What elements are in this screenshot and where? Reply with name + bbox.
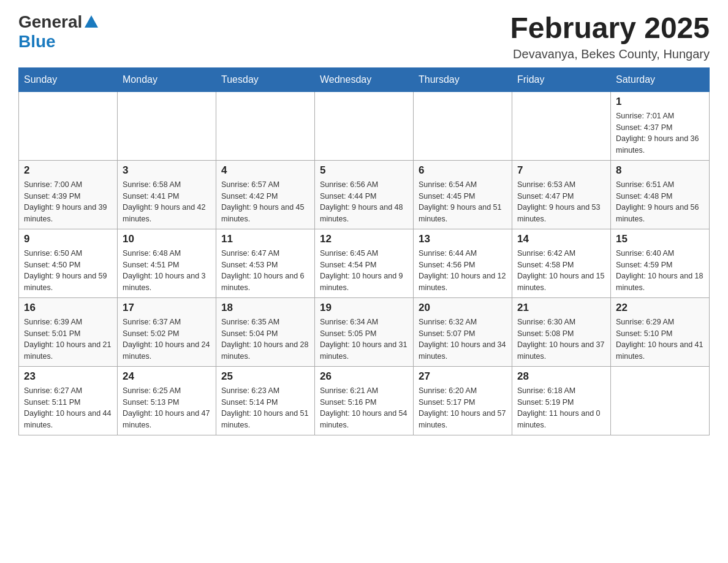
day-number: 28 xyxy=(517,370,605,383)
day-info: Sunrise: 6:27 AMSunset: 5:11 PMDaylight:… xyxy=(24,385,112,431)
day-number: 14 xyxy=(517,233,605,245)
calendar-cell-w1-d4 xyxy=(315,91,414,160)
month-title: February 2025 xyxy=(510,12,710,45)
day-info: Sunrise: 6:53 AMSunset: 4:47 PMDaylight:… xyxy=(517,179,605,225)
day-number: 18 xyxy=(221,302,309,314)
day-info: Sunrise: 6:47 AMSunset: 4:53 PMDaylight:… xyxy=(221,248,309,294)
calendar-cell-w1-d6 xyxy=(512,91,611,160)
day-info: Sunrise: 6:32 AMSunset: 5:07 PMDaylight:… xyxy=(419,316,507,362)
calendar-cell-w3-d6: 14Sunrise: 6:42 AMSunset: 4:58 PMDayligh… xyxy=(512,229,611,297)
day-info: Sunrise: 6:48 AMSunset: 4:51 PMDaylight:… xyxy=(123,248,211,294)
calendar-cell-w1-d2 xyxy=(118,91,216,160)
day-info: Sunrise: 7:01 AMSunset: 4:37 PMDaylight:… xyxy=(616,110,704,156)
day-info: Sunrise: 6:20 AMSunset: 5:17 PMDaylight:… xyxy=(419,385,507,431)
week-row-4: 16Sunrise: 6:39 AMSunset: 5:01 PMDayligh… xyxy=(19,297,710,366)
header: General Blue February 2025 Devavanya, Be… xyxy=(18,12,710,61)
day-info: Sunrise: 6:25 AMSunset: 5:13 PMDaylight:… xyxy=(123,385,211,431)
calendar-cell-w2-d1: 2Sunrise: 7:00 AMSunset: 4:39 PMDaylight… xyxy=(19,160,118,229)
calendar-cell-w5-d4: 26Sunrise: 6:21 AMSunset: 5:16 PMDayligh… xyxy=(315,366,414,435)
week-row-5: 23Sunrise: 6:27 AMSunset: 5:11 PMDayligh… xyxy=(19,366,710,435)
calendar-cell-w4-d1: 16Sunrise: 6:39 AMSunset: 5:01 PMDayligh… xyxy=(19,297,118,366)
logo: General Blue xyxy=(18,12,98,52)
calendar-cell-w4-d7: 22Sunrise: 6:29 AMSunset: 5:10 PMDayligh… xyxy=(611,297,710,366)
calendar-cell-w3-d7: 15Sunrise: 6:40 AMSunset: 4:59 PMDayligh… xyxy=(611,229,710,297)
day-number: 9 xyxy=(24,233,112,245)
calendar-cell-w5-d1: 23Sunrise: 6:27 AMSunset: 5:11 PMDayligh… xyxy=(19,366,118,435)
day-info: Sunrise: 6:23 AMSunset: 5:14 PMDaylight:… xyxy=(221,385,309,431)
day-number: 23 xyxy=(24,370,112,383)
day-info: Sunrise: 6:34 AMSunset: 5:05 PMDaylight:… xyxy=(320,316,408,362)
header-saturday: Saturday xyxy=(611,67,710,91)
day-info: Sunrise: 6:40 AMSunset: 4:59 PMDaylight:… xyxy=(616,248,704,294)
day-number: 1 xyxy=(616,96,704,108)
day-info: Sunrise: 6:51 AMSunset: 4:48 PMDaylight:… xyxy=(616,179,704,225)
day-info: Sunrise: 6:44 AMSunset: 4:56 PMDaylight:… xyxy=(419,248,507,294)
calendar-cell-w4-d2: 17Sunrise: 6:37 AMSunset: 5:02 PMDayligh… xyxy=(118,297,216,366)
header-thursday: Thursday xyxy=(414,67,512,91)
day-number: 2 xyxy=(24,164,112,177)
calendar-cell-w3-d1: 9Sunrise: 6:50 AMSunset: 4:50 PMDaylight… xyxy=(19,229,118,297)
week-row-1: 1Sunrise: 7:01 AMSunset: 4:37 PMDaylight… xyxy=(19,91,710,160)
header-friday: Friday xyxy=(512,67,611,91)
day-number: 24 xyxy=(123,370,211,383)
day-number: 21 xyxy=(517,302,605,314)
calendar-cell-w1-d1 xyxy=(19,91,118,160)
day-number: 7 xyxy=(517,164,605,177)
week-row-2: 2Sunrise: 7:00 AMSunset: 4:39 PMDaylight… xyxy=(19,160,710,229)
day-info: Sunrise: 6:39 AMSunset: 5:01 PMDaylight:… xyxy=(24,316,112,362)
calendar-cell-w3-d4: 12Sunrise: 6:45 AMSunset: 4:54 PMDayligh… xyxy=(315,229,414,297)
calendar-cell-w2-d6: 7Sunrise: 6:53 AMSunset: 4:47 PMDaylight… xyxy=(512,160,611,229)
day-number: 15 xyxy=(616,233,704,245)
calendar-cell-w3-d5: 13Sunrise: 6:44 AMSunset: 4:56 PMDayligh… xyxy=(414,229,512,297)
svg-marker-0 xyxy=(85,15,98,28)
calendar-cell-w3-d3: 11Sunrise: 6:47 AMSunset: 4:53 PMDayligh… xyxy=(216,229,315,297)
day-info: Sunrise: 6:56 AMSunset: 4:44 PMDaylight:… xyxy=(320,179,408,225)
day-info: Sunrise: 6:58 AMSunset: 4:41 PMDaylight:… xyxy=(123,179,211,225)
day-number: 10 xyxy=(123,233,211,245)
calendar-table: Sunday Monday Tuesday Wednesday Thursday… xyxy=(18,67,710,435)
day-info: Sunrise: 6:18 AMSunset: 5:19 PMDaylight:… xyxy=(517,385,605,431)
day-info: Sunrise: 6:35 AMSunset: 5:04 PMDaylight:… xyxy=(221,316,309,362)
day-info: Sunrise: 6:50 AMSunset: 4:50 PMDaylight:… xyxy=(24,248,112,294)
day-info: Sunrise: 6:29 AMSunset: 5:10 PMDaylight:… xyxy=(616,316,704,362)
calendar-cell-w1-d7: 1Sunrise: 7:01 AMSunset: 4:37 PMDaylight… xyxy=(611,91,710,160)
day-number: 5 xyxy=(320,164,408,177)
title-area: February 2025 Devavanya, Bekes County, H… xyxy=(510,12,710,61)
day-number: 13 xyxy=(419,233,507,245)
calendar-cell-w4-d3: 18Sunrise: 6:35 AMSunset: 5:04 PMDayligh… xyxy=(216,297,315,366)
logo-blue-text: Blue xyxy=(18,32,56,51)
day-info: Sunrise: 6:30 AMSunset: 5:08 PMDaylight:… xyxy=(517,316,605,362)
day-number: 22 xyxy=(616,302,704,314)
day-number: 16 xyxy=(24,302,112,314)
day-number: 19 xyxy=(320,302,408,314)
day-number: 3 xyxy=(123,164,211,177)
calendar-cell-w2-d2: 3Sunrise: 6:58 AMSunset: 4:41 PMDaylight… xyxy=(118,160,216,229)
logo-general-text: General xyxy=(18,12,82,32)
calendar-cell-w2-d4: 5Sunrise: 6:56 AMSunset: 4:44 PMDaylight… xyxy=(315,160,414,229)
day-number: 8 xyxy=(616,164,704,177)
day-info: Sunrise: 6:37 AMSunset: 5:02 PMDaylight:… xyxy=(123,316,211,362)
calendar-cell-w4-d6: 21Sunrise: 6:30 AMSunset: 5:08 PMDayligh… xyxy=(512,297,611,366)
calendar-cell-w2-d5: 6Sunrise: 6:54 AMSunset: 4:45 PMDaylight… xyxy=(414,160,512,229)
calendar-cell-w5-d5: 27Sunrise: 6:20 AMSunset: 5:17 PMDayligh… xyxy=(414,366,512,435)
calendar-cell-w4-d4: 19Sunrise: 6:34 AMSunset: 5:05 PMDayligh… xyxy=(315,297,414,366)
day-number: 27 xyxy=(419,370,507,383)
weekday-header-row: Sunday Monday Tuesday Wednesday Thursday… xyxy=(19,67,710,91)
calendar-cell-w1-d5 xyxy=(414,91,512,160)
day-info: Sunrise: 7:00 AMSunset: 4:39 PMDaylight:… xyxy=(24,179,112,225)
day-info: Sunrise: 6:21 AMSunset: 5:16 PMDaylight:… xyxy=(320,385,408,431)
header-tuesday: Tuesday xyxy=(216,67,315,91)
header-wednesday: Wednesday xyxy=(315,67,414,91)
calendar-cell-w5-d2: 24Sunrise: 6:25 AMSunset: 5:13 PMDayligh… xyxy=(118,366,216,435)
day-number: 20 xyxy=(419,302,507,314)
day-info: Sunrise: 6:57 AMSunset: 4:42 PMDaylight:… xyxy=(221,179,309,225)
calendar-cell-w5-d6: 28Sunrise: 6:18 AMSunset: 5:19 PMDayligh… xyxy=(512,366,611,435)
day-info: Sunrise: 6:54 AMSunset: 4:45 PMDaylight:… xyxy=(419,179,507,225)
day-number: 6 xyxy=(419,164,507,177)
day-number: 11 xyxy=(221,233,309,245)
day-info: Sunrise: 6:45 AMSunset: 4:54 PMDaylight:… xyxy=(320,248,408,294)
header-monday: Monday xyxy=(118,67,216,91)
calendar-cell-w3-d2: 10Sunrise: 6:48 AMSunset: 4:51 PMDayligh… xyxy=(118,229,216,297)
day-number: 17 xyxy=(123,302,211,314)
day-number: 26 xyxy=(320,370,408,383)
